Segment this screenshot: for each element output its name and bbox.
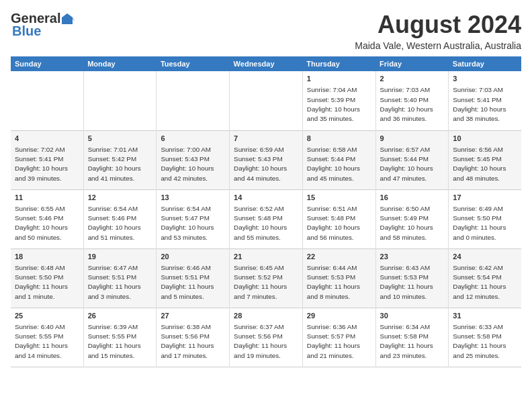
week-row-2: 11Sunrise: 6:55 AM Sunset: 5:46 PM Dayli… xyxy=(11,189,521,248)
day-content: Sunrise: 6:50 AM Sunset: 5:49 PM Dayligh… xyxy=(380,204,445,242)
day-number: 14 xyxy=(234,193,298,203)
calendar-cell xyxy=(230,71,303,130)
logo-icon xyxy=(60,12,75,26)
main-title: August 2024 xyxy=(355,11,521,39)
day-number: 30 xyxy=(380,311,445,321)
day-content: Sunrise: 6:33 AM Sunset: 5:58 PM Dayligh… xyxy=(453,322,517,361)
day-number: 1 xyxy=(307,74,371,84)
calendar-cell: 28Sunrise: 6:37 AM Sunset: 5:56 PM Dayli… xyxy=(230,308,303,367)
day-content: Sunrise: 6:54 AM Sunset: 5:47 PM Dayligh… xyxy=(161,204,225,242)
calendar-cell: 30Sunrise: 6:34 AM Sunset: 5:58 PM Dayli… xyxy=(375,308,449,367)
header-tuesday: Tuesday xyxy=(157,56,230,71)
calendar-cell: 4Sunrise: 7:02 AM Sunset: 5:41 PM Daylig… xyxy=(11,130,83,189)
calendar-cell: 1Sunrise: 7:04 AM Sunset: 5:39 PM Daylig… xyxy=(302,71,375,130)
day-content: Sunrise: 6:43 AM Sunset: 5:53 PM Dayligh… xyxy=(380,263,445,302)
calendar-cell xyxy=(157,71,230,130)
calendar-cell: 29Sunrise: 6:36 AM Sunset: 5:57 PM Dayli… xyxy=(302,308,375,367)
day-content: Sunrise: 6:49 AM Sunset: 5:50 PM Dayligh… xyxy=(453,204,517,242)
day-number: 10 xyxy=(453,134,517,144)
calendar-cell: 31Sunrise: 6:33 AM Sunset: 5:58 PM Dayli… xyxy=(449,308,521,367)
calendar-table: SundayMondayTuesdayWednesdayThursdayFrid… xyxy=(11,56,521,367)
calendar-cell: 10Sunrise: 6:56 AM Sunset: 5:45 PM Dayli… xyxy=(449,130,521,189)
day-content: Sunrise: 6:55 AM Sunset: 5:46 PM Dayligh… xyxy=(15,204,79,242)
calendar-cell: 15Sunrise: 6:51 AM Sunset: 5:48 PM Dayli… xyxy=(302,189,375,248)
day-content: Sunrise: 6:37 AM Sunset: 5:56 PM Dayligh… xyxy=(234,322,298,361)
day-number: 2 xyxy=(380,74,445,84)
calendar-cell: 5Sunrise: 7:01 AM Sunset: 5:42 PM Daylig… xyxy=(83,130,157,189)
day-content: Sunrise: 6:38 AM Sunset: 5:56 PM Dayligh… xyxy=(161,322,225,361)
calendar-cell: 12Sunrise: 6:54 AM Sunset: 5:46 PM Dayli… xyxy=(83,189,157,248)
svg-marker-0 xyxy=(62,13,73,24)
week-row-1: 4Sunrise: 7:02 AM Sunset: 5:41 PM Daylig… xyxy=(11,130,521,189)
day-content: Sunrise: 7:00 AM Sunset: 5:43 PM Dayligh… xyxy=(161,145,225,183)
week-row-4: 25Sunrise: 6:40 AM Sunset: 5:55 PM Dayli… xyxy=(11,308,521,367)
day-number: 13 xyxy=(161,193,225,203)
calendar-cell: 22Sunrise: 6:44 AM Sunset: 5:53 PM Dayli… xyxy=(302,248,375,308)
day-content: Sunrise: 7:03 AM Sunset: 5:41 PM Dayligh… xyxy=(453,85,517,124)
header-sunday: Sunday xyxy=(11,56,83,71)
week-row-3: 18Sunrise: 6:48 AM Sunset: 5:50 PM Dayli… xyxy=(11,248,521,308)
calendar-cell: 6Sunrise: 7:00 AM Sunset: 5:43 PM Daylig… xyxy=(157,130,230,189)
day-content: Sunrise: 6:58 AM Sunset: 5:44 PM Dayligh… xyxy=(307,145,371,183)
day-content: Sunrise: 6:40 AM Sunset: 5:55 PM Dayligh… xyxy=(15,322,79,361)
day-number: 23 xyxy=(380,252,445,262)
day-content: Sunrise: 6:52 AM Sunset: 5:48 PM Dayligh… xyxy=(234,204,298,242)
day-content: Sunrise: 6:34 AM Sunset: 5:58 PM Dayligh… xyxy=(380,322,445,361)
day-content: Sunrise: 6:46 AM Sunset: 5:51 PM Dayligh… xyxy=(161,263,225,302)
day-number: 17 xyxy=(453,193,517,203)
day-content: Sunrise: 6:59 AM Sunset: 5:43 PM Dayligh… xyxy=(234,145,298,183)
calendar-cell: 3Sunrise: 7:03 AM Sunset: 5:41 PM Daylig… xyxy=(449,71,521,130)
day-number: 4 xyxy=(15,134,79,144)
day-content: Sunrise: 6:56 AM Sunset: 5:45 PM Dayligh… xyxy=(453,145,517,183)
header-row: SundayMondayTuesdayWednesdayThursdayFrid… xyxy=(11,56,521,71)
calendar-cell xyxy=(11,71,83,130)
header-wednesday: Wednesday xyxy=(230,56,303,71)
calendar-cell: 27Sunrise: 6:38 AM Sunset: 5:56 PM Dayli… xyxy=(157,308,230,367)
calendar-cell: 18Sunrise: 6:48 AM Sunset: 5:50 PM Dayli… xyxy=(11,248,83,308)
calendar-cell: 2Sunrise: 7:03 AM Sunset: 5:40 PM Daylig… xyxy=(375,71,449,130)
calendar-cell: 13Sunrise: 6:54 AM Sunset: 5:47 PM Dayli… xyxy=(157,189,230,248)
day-content: Sunrise: 6:48 AM Sunset: 5:50 PM Dayligh… xyxy=(15,263,79,302)
day-number: 19 xyxy=(88,252,152,262)
day-number: 24 xyxy=(453,252,517,262)
day-content: Sunrise: 6:47 AM Sunset: 5:51 PM Dayligh… xyxy=(88,263,152,302)
header-friday: Friday xyxy=(375,56,449,71)
week-row-0: 1Sunrise: 7:04 AM Sunset: 5:39 PM Daylig… xyxy=(11,71,521,130)
day-number: 27 xyxy=(161,311,225,321)
calendar-cell: 24Sunrise: 6:42 AM Sunset: 5:54 PM Dayli… xyxy=(449,248,521,308)
day-content: Sunrise: 7:02 AM Sunset: 5:41 PM Dayligh… xyxy=(15,145,79,183)
day-number: 18 xyxy=(15,252,79,262)
day-number: 21 xyxy=(234,252,298,262)
logo: General Blue xyxy=(11,11,75,39)
day-number: 16 xyxy=(380,193,445,203)
day-number: 11 xyxy=(15,193,79,203)
day-content: Sunrise: 6:36 AM Sunset: 5:57 PM Dayligh… xyxy=(307,322,371,361)
title-block: August 2024 Maida Vale, Western Australi… xyxy=(355,11,521,51)
day-number: 15 xyxy=(307,193,371,203)
calendar-cell: 19Sunrise: 6:47 AM Sunset: 5:51 PM Dayli… xyxy=(83,248,157,308)
day-content: Sunrise: 6:42 AM Sunset: 5:54 PM Dayligh… xyxy=(453,263,517,302)
calendar-cell: 25Sunrise: 6:40 AM Sunset: 5:55 PM Dayli… xyxy=(11,308,83,367)
day-content: Sunrise: 7:03 AM Sunset: 5:40 PM Dayligh… xyxy=(380,85,445,124)
day-content: Sunrise: 6:44 AM Sunset: 5:53 PM Dayligh… xyxy=(307,263,371,302)
calendar-cell: 14Sunrise: 6:52 AM Sunset: 5:48 PM Dayli… xyxy=(230,189,303,248)
day-content: Sunrise: 6:57 AM Sunset: 5:44 PM Dayligh… xyxy=(380,145,445,183)
calendar-cell xyxy=(83,71,157,130)
day-number: 6 xyxy=(161,134,225,144)
day-number: 5 xyxy=(88,134,152,144)
day-number: 9 xyxy=(380,134,445,144)
calendar-cell: 26Sunrise: 6:39 AM Sunset: 5:55 PM Dayli… xyxy=(83,308,157,367)
day-number: 25 xyxy=(15,311,79,321)
day-content: Sunrise: 7:01 AM Sunset: 5:42 PM Dayligh… xyxy=(88,145,152,183)
day-number: 31 xyxy=(453,311,517,321)
day-content: Sunrise: 6:45 AM Sunset: 5:52 PM Dayligh… xyxy=(234,263,298,302)
header-saturday: Saturday xyxy=(449,56,521,71)
day-number: 20 xyxy=(161,252,225,262)
page-header: General Blue August 2024 Maida Vale, Wes… xyxy=(11,11,521,51)
calendar-cell: 11Sunrise: 6:55 AM Sunset: 5:46 PM Dayli… xyxy=(11,189,83,248)
calendar-cell: 23Sunrise: 6:43 AM Sunset: 5:53 PM Dayli… xyxy=(375,248,449,308)
day-content: Sunrise: 7:04 AM Sunset: 5:39 PM Dayligh… xyxy=(307,85,371,124)
day-number: 7 xyxy=(234,134,298,144)
day-content: Sunrise: 6:51 AM Sunset: 5:48 PM Dayligh… xyxy=(307,204,371,242)
day-content: Sunrise: 6:54 AM Sunset: 5:46 PM Dayligh… xyxy=(88,204,152,242)
